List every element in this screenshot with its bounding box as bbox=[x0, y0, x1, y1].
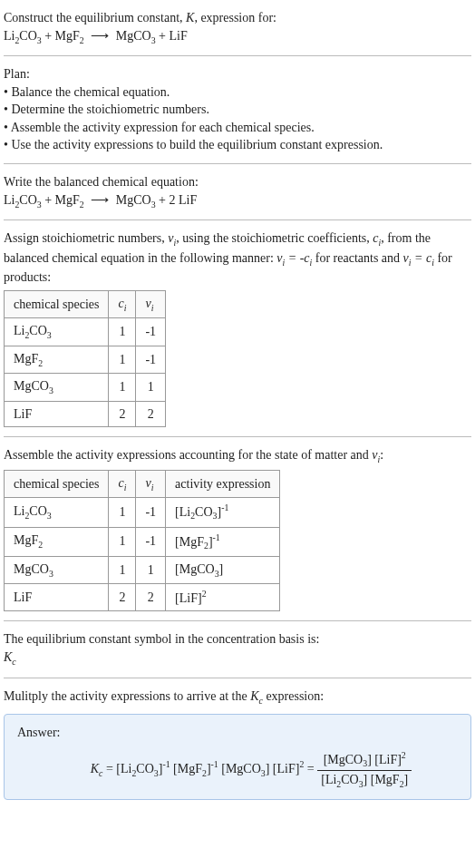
assign-nu: νi bbox=[168, 231, 176, 245]
multiply-block: Mulitply the activity expressions to arr… bbox=[4, 688, 471, 707]
table-cell: 1 bbox=[109, 374, 136, 402]
assign-block: Assign stoichiometric numbers, νi, using… bbox=[4, 229, 471, 427]
table-cell: MgF2 bbox=[5, 527, 109, 556]
table-cell: 1 bbox=[109, 498, 136, 527]
table-row: Li2CO3 1 -1 bbox=[5, 318, 166, 346]
multiply-text-1: Mulitply the activity expressions to arr… bbox=[4, 689, 250, 703]
divider bbox=[4, 678, 471, 678]
table-header: activity expression bbox=[166, 470, 280, 498]
table-row: MgCO3 1 1 [MgCO3] bbox=[5, 556, 280, 584]
activity-table: chemical species ci νi activity expressi… bbox=[4, 470, 280, 612]
plan-block: Plan: • Balance the chemical equation. •… bbox=[4, 65, 471, 154]
table-cell: 1 bbox=[109, 527, 136, 556]
table-cell: 1 bbox=[109, 318, 136, 346]
intro-text-1b: , expression for: bbox=[194, 11, 276, 24]
multiply-kc: Kc bbox=[250, 689, 263, 703]
table-row: Li2CO3 1 -1 [Li2CO3]-1 bbox=[5, 498, 280, 527]
plan-item-0: • Balance the chemical equation. bbox=[4, 83, 471, 102]
plan-item-3: • Use the activity expressions to build … bbox=[4, 136, 471, 154]
divider bbox=[4, 436, 471, 437]
symbol-kc: Kc bbox=[4, 649, 471, 668]
table-header-row: chemical species ci νi activity expressi… bbox=[5, 470, 280, 498]
table-cell: 2 bbox=[136, 584, 166, 611]
table-cell: 2 bbox=[109, 584, 136, 611]
plan-header: Plan: bbox=[4, 65, 471, 83]
balanced-block: Write the balanced chemical equation: Li… bbox=[4, 173, 471, 210]
intro-block: Construct the equilibrium constant, K, e… bbox=[4, 9, 471, 46]
symbol-text: The equilibrium constant symbol in the c… bbox=[4, 630, 471, 649]
table-cell: MgCO3 bbox=[5, 374, 109, 402]
table-cell: -1 bbox=[136, 527, 166, 556]
assign-text-1: Assign stoichiometric numbers, bbox=[4, 231, 168, 245]
table-row: MgF2 1 -1 [MgF2]-1 bbox=[5, 527, 280, 556]
table-cell: Li2CO3 bbox=[5, 318, 109, 346]
assemble-text-1: Assemble the activity expressions accoun… bbox=[4, 448, 372, 462]
table-cell: -1 bbox=[136, 318, 166, 346]
table-header: chemical species bbox=[5, 290, 109, 318]
answer-box: Answer: Kc = [Li2CO3]-1 [MgF2]-1 [MgCO3]… bbox=[4, 714, 471, 800]
answer-equation: Kc = [Li2CO3]-1 [MgF2]-1 [MgCO3] [LiF]2 … bbox=[17, 749, 458, 791]
stoich-table: chemical species ci νi Li2CO3 1 -1 MgF2 … bbox=[4, 290, 166, 428]
assign-text-4: for reactants and bbox=[312, 251, 402, 265]
table-cell: 1 bbox=[136, 556, 166, 584]
table-cell: [LiF]2 bbox=[166, 584, 280, 611]
table-cell: [MgF2]-1 bbox=[166, 527, 280, 556]
intro-K: K bbox=[186, 11, 194, 24]
table-row: MgF2 1 -1 bbox=[5, 346, 166, 374]
table-row: MgCO3 1 1 bbox=[5, 374, 166, 402]
table-cell: LiF bbox=[5, 584, 109, 611]
table-cell: LiF bbox=[5, 401, 109, 427]
answer-label: Answer: bbox=[17, 724, 458, 742]
table-cell: Li2CO3 bbox=[5, 498, 109, 527]
divider bbox=[4, 163, 471, 164]
table-cell: -1 bbox=[136, 346, 166, 374]
assign-eq1: νi = -ci bbox=[276, 251, 312, 265]
table-header: ci bbox=[109, 290, 136, 318]
table-header: chemical species bbox=[5, 470, 109, 498]
table-row: LiF 2 2 [LiF]2 bbox=[5, 584, 280, 611]
table-header: νi bbox=[136, 470, 166, 498]
assign-eq2: νi = ci bbox=[403, 251, 434, 265]
table-cell: [Li2CO3]-1 bbox=[166, 498, 280, 527]
table-cell: MgF2 bbox=[5, 346, 109, 374]
table-cell: MgCO3 bbox=[5, 556, 109, 584]
table-row: LiF 2 2 bbox=[5, 401, 166, 427]
balanced-header: Write the balanced chemical equation: bbox=[4, 173, 471, 191]
assign-ci: ci bbox=[373, 231, 381, 245]
assemble-nu: νi bbox=[372, 448, 380, 462]
divider bbox=[4, 620, 471, 621]
assign-text-2: , using the stoichiometric coefficients, bbox=[176, 231, 373, 245]
assemble-text-2: : bbox=[380, 448, 383, 462]
table-cell: 2 bbox=[136, 401, 166, 427]
balanced-equation: Li2CO3 + MgF2 ⟶ MgCO3 + 2 LiF bbox=[4, 193, 197, 207]
table-header: ci bbox=[109, 470, 136, 498]
plan-item-1: • Determine the stoichiometric numbers. bbox=[4, 101, 471, 119]
intro-equation: Li2CO3 + MgF2 ⟶ MgCO3 + LiF bbox=[4, 29, 188, 43]
symbol-block: The equilibrium constant symbol in the c… bbox=[4, 630, 471, 668]
table-cell: 1 bbox=[109, 556, 136, 584]
table-header-row: chemical species ci νi bbox=[5, 290, 166, 318]
divider bbox=[4, 219, 471, 220]
table-cell: 1 bbox=[109, 346, 136, 374]
table-cell: -1 bbox=[136, 498, 166, 527]
table-header: νi bbox=[136, 290, 166, 318]
divider bbox=[4, 55, 471, 56]
table-cell: 1 bbox=[136, 374, 166, 402]
multiply-text-2: expression: bbox=[263, 689, 324, 703]
table-cell: 2 bbox=[109, 401, 136, 427]
plan-item-2: • Assemble the activity expression for e… bbox=[4, 119, 471, 137]
intro-text-1: Construct the equilibrium constant, bbox=[4, 11, 186, 24]
table-cell: [MgCO3] bbox=[166, 556, 280, 584]
assemble-block: Assemble the activity expressions accoun… bbox=[4, 446, 471, 611]
